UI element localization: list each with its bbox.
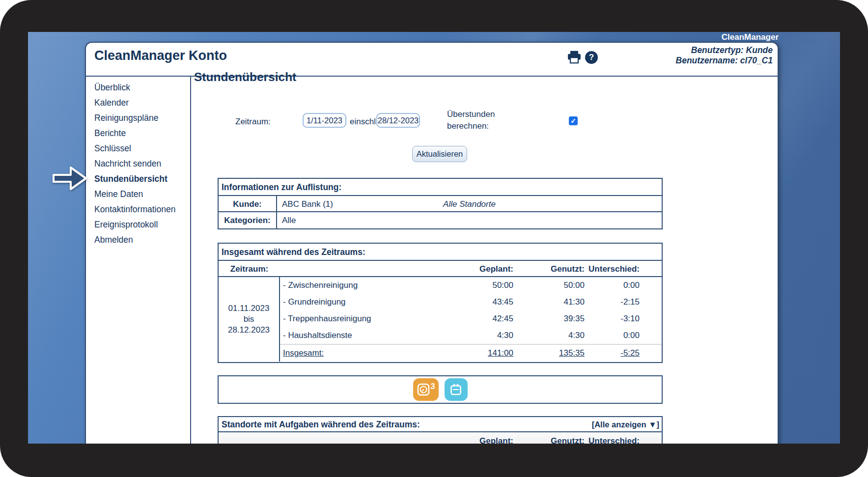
overtime-label: Überstunden berechnen: bbox=[447, 109, 501, 132]
standorte-column-header-row: Geplant: Genutzt: Unterschied: bbox=[219, 432, 662, 444]
task-genutzt: 39:35 bbox=[513, 310, 585, 327]
info-row-value-cell: Alle bbox=[277, 212, 662, 228]
printer-icon bbox=[567, 51, 582, 64]
info-row-value-cell: ABC Bank (1)Alle Standorte bbox=[277, 196, 662, 211]
task-geplant: 50:00 bbox=[445, 277, 513, 294]
screenshot-canvas: CleanManager CleanManager Konto ? bbox=[0, 0, 868, 477]
info-row-label: Kunde: bbox=[219, 196, 277, 211]
column-unterschied: Unterschied: bbox=[585, 436, 640, 444]
totals-total-row: Insgesamt: 141:00 135:35 -5:25 bbox=[280, 345, 662, 362]
standorte-table: Standorte mit Aufgaben während des Zeitr… bbox=[218, 416, 663, 444]
column-genutzt: Genutzt: bbox=[513, 261, 585, 277]
date-to-input[interactable] bbox=[376, 113, 420, 128]
task-geplant: 43:45 bbox=[445, 294, 513, 310]
totals-table-row: - Grundreinigung43:4541:30-2:15 bbox=[280, 294, 662, 310]
totals-table-row: - Treppenhausreinigung42:4539:35-3:10 bbox=[280, 310, 662, 327]
sidebar-item-kontaktinformationen[interactable]: Kontaktinformationen bbox=[94, 202, 188, 217]
sidebar-item-ereignisprotokoll[interactable]: Ereignisprotokoll bbox=[94, 217, 188, 232]
period-line: 28.12.2023 bbox=[228, 325, 270, 336]
column-geplant: Geplant: bbox=[445, 261, 513, 277]
sidebar-item-schlüssel[interactable]: Schlüssel bbox=[94, 141, 188, 156]
info-table: Informationen zur Auflistung: Kunde:ABC … bbox=[218, 178, 663, 229]
task-name: - Treppenhausreinigung bbox=[280, 310, 445, 327]
help-button[interactable]: ? bbox=[585, 51, 598, 64]
task-genutzt: 50:00 bbox=[513, 277, 585, 294]
totals-table: Insgesamt während des Zeitraums: Zeitrau… bbox=[218, 243, 663, 363]
notes-button[interactable] bbox=[445, 378, 468, 401]
sidebar-item-kalender[interactable]: Kalender bbox=[94, 95, 188, 111]
sidebar-item-meine-daten[interactable]: Meine Daten bbox=[94, 187, 188, 202]
totals-table-body: 01.11.2023 bis 28.12.2023 Insgesamt: 141… bbox=[219, 277, 662, 362]
task-unterschied: 0:00 bbox=[585, 277, 640, 294]
standorte-table-header: Standorte mit Aufgaben während des Zeitr… bbox=[219, 417, 662, 432]
app-window: CleanManager Konto ? Benutzertyp: Kunde … bbox=[85, 42, 779, 444]
task-unterschied: -2:15 bbox=[585, 294, 640, 310]
desktop-background: CleanManager CleanManager Konto ? bbox=[28, 32, 840, 444]
timer-badge-count: 3 bbox=[431, 382, 435, 391]
period-line: 01.11.2023 bbox=[228, 303, 270, 314]
info-row-value: Alle bbox=[282, 212, 296, 228]
period-cell: 01.11.2023 bis 28.12.2023 bbox=[219, 277, 280, 362]
task-genutzt: 41:30 bbox=[513, 294, 585, 310]
sidebar-item-überblick[interactable]: Überblick bbox=[94, 80, 188, 95]
totals-table-row: - Haushaltsdienste4:304:300:00 bbox=[280, 327, 662, 344]
column-geplant: Geplant: bbox=[445, 436, 513, 444]
question-mark-icon: ? bbox=[589, 53, 594, 62]
standorte-table-title: Standorte mit Aufgaben während des Zeitr… bbox=[219, 417, 420, 431]
task-geplant: 4:30 bbox=[445, 327, 513, 344]
column-unterschied: Unterschied: bbox=[585, 261, 640, 277]
task-geplant: 42:45 bbox=[445, 310, 513, 327]
sidebar-nav: ÜberblickKalenderReinigungspläneBerichte… bbox=[94, 80, 188, 248]
device-frame: CleanManager CleanManager Konto ? bbox=[0, 0, 868, 477]
content-heading: Stundenübersicht bbox=[194, 70, 296, 84]
print-button[interactable] bbox=[566, 51, 582, 65]
totals-table-row: - Zwischenreinigung50:0050:000:00 bbox=[280, 277, 662, 294]
overtime-checkbox[interactable] bbox=[569, 116, 578, 125]
total-genutzt: 135:35 bbox=[513, 345, 585, 362]
sidebar-item-reinigungspläne[interactable]: Reinigungspläne bbox=[94, 111, 188, 126]
task-genutzt: 4:30 bbox=[513, 327, 585, 344]
info-row-label: Kategorien: bbox=[219, 212, 277, 228]
user-name-label: Benutzername: cl70_C1 bbox=[676, 56, 773, 66]
einschl-label: einschl. bbox=[350, 117, 378, 127]
info-table-row: Kategorien:Alle bbox=[219, 212, 662, 228]
notes-icon bbox=[449, 383, 463, 396]
period-line: bis bbox=[244, 314, 254, 325]
task-name: - Zwischenreinigung bbox=[280, 277, 445, 294]
task-unterschied: -3:10 bbox=[585, 310, 640, 327]
icon-bar: 3 bbox=[218, 375, 663, 404]
info-table-title: Informationen zur Auflistung: bbox=[219, 179, 662, 196]
page-title: CleanManager Konto bbox=[94, 48, 227, 63]
pointer-right-arrow-icon bbox=[52, 165, 87, 192]
info-table-row: Kunde:ABC Bank (1)Alle Standorte bbox=[219, 196, 662, 212]
column-genutzt: Genutzt: bbox=[513, 436, 585, 444]
totals-table-title: Insgesamt während des Zeitraums: bbox=[219, 244, 662, 261]
task-name: - Grundreinigung bbox=[280, 294, 445, 310]
show-all-dropdown[interactable]: [Alle anzeigen ▼] bbox=[592, 417, 662, 431]
timer-icon bbox=[417, 383, 430, 396]
sidebar-item-abmelden[interactable]: Abmelden bbox=[94, 232, 188, 248]
user-info: Benutzertyp: Kunde Benutzername: cl70_C1 bbox=[676, 45, 773, 66]
column-zeitraum: Zeitraum: bbox=[219, 261, 280, 277]
total-label: Insgesamt: bbox=[280, 345, 445, 362]
date-from-input[interactable] bbox=[303, 113, 346, 128]
update-button[interactable]: Aktualisieren bbox=[412, 146, 467, 162]
timer-count-button[interactable]: 3 bbox=[413, 378, 439, 401]
sidebar-item-berichte[interactable]: Berichte bbox=[94, 126, 188, 141]
sidebar-item-nachricht-senden[interactable]: Nachricht senden bbox=[94, 156, 188, 171]
total-unterschied: -5:25 bbox=[585, 345, 640, 362]
sidebar-divider bbox=[190, 77, 191, 444]
zeitraum-label: Zeitraum: bbox=[235, 117, 271, 127]
desktop-brand-label: CleanManager bbox=[722, 32, 779, 42]
total-geplant: 141:00 bbox=[445, 345, 513, 362]
info-row-note: Alle Standorte bbox=[277, 196, 662, 212]
sidebar-item-stundenübersicht[interactable]: Stundenübersicht bbox=[94, 171, 188, 187]
task-name: - Haushaltsdienste bbox=[280, 327, 445, 344]
task-unterschied: 0:00 bbox=[585, 327, 640, 344]
user-type-label: Benutzertyp: Kunde bbox=[676, 45, 773, 56]
totals-table-header: Zeitraum: Geplant: Genutzt: Unterschied: bbox=[219, 261, 662, 277]
